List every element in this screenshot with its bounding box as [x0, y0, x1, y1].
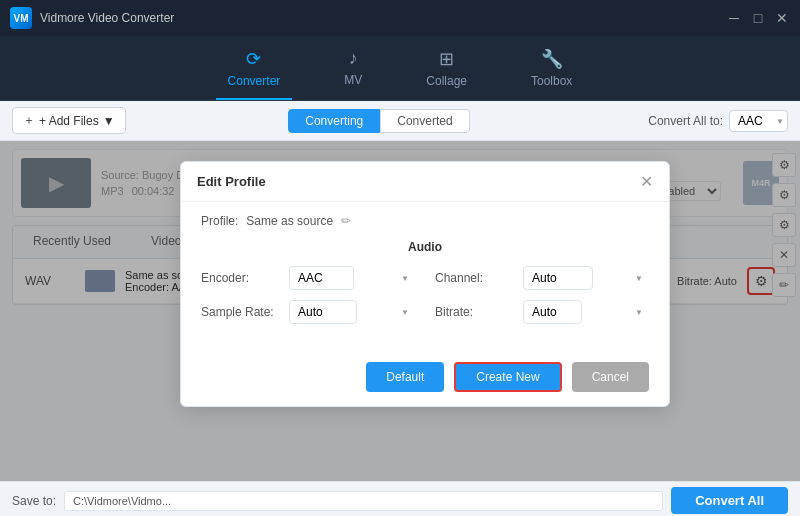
audio-section-title: Audio [201, 240, 649, 254]
mv-icon: ♪ [349, 48, 358, 69]
channel-select-wrap: Auto Stereo Mono [523, 266, 649, 290]
profile-label: Profile: [201, 214, 238, 228]
tab-mv[interactable]: ♪ MV [332, 44, 374, 100]
save-path: C:\Vidmore\Vidmo... [64, 491, 663, 511]
minimize-button[interactable]: ─ [726, 10, 742, 26]
title-bar: VM Vidmore Video Converter ─ □ ✕ [0, 0, 800, 36]
toolbox-icon: 🔧 [541, 48, 563, 70]
form-grid: Encoder: AAC MP3 FLAC WAV Channel: [201, 266, 649, 324]
dialog-title: Edit Profile [197, 174, 640, 189]
create-new-button[interactable]: Create New [454, 362, 561, 392]
sample-rate-label: Sample Rate: [201, 305, 281, 319]
convert-all-select[interactable]: AAC [729, 110, 788, 132]
profile-edit-icon[interactable]: ✏ [341, 214, 351, 228]
dialog-body: Profile: Same as source ✏ Audio Encoder:… [181, 202, 669, 352]
converting-tabs: Converting Converted [288, 109, 469, 133]
bitrate-select-wrap: Auto 128 192 256 320 [523, 300, 649, 324]
maximize-button[interactable]: □ [750, 10, 766, 26]
tab-converter[interactable]: ⟳ Converter [216, 44, 293, 100]
app-title: Vidmore Video Converter [40, 11, 726, 25]
dialog-close-button[interactable]: ✕ [640, 172, 653, 191]
tab-collage-label: Collage [426, 74, 467, 88]
collage-icon: ⊞ [439, 48, 454, 70]
convert-all-wrap: Convert All to: AAC ▼ [632, 110, 788, 132]
profile-row: Profile: Same as source ✏ [201, 214, 649, 228]
encoder-row: Encoder: AAC MP3 FLAC WAV [201, 266, 415, 290]
dialog-footer: Default Create New Cancel [181, 352, 669, 406]
tab-converter-label: Converter [228, 74, 281, 88]
channel-select-dialog[interactable]: Auto Stereo Mono [523, 266, 593, 290]
add-files-button[interactable]: ＋ + Add Files ▼ [12, 107, 126, 134]
sub-toolbar: ＋ + Add Files ▼ Converting Converted Con… [0, 101, 800, 141]
tab-toolbox[interactable]: 🔧 Toolbox [519, 44, 584, 100]
bitrate-select[interactable]: Auto 128 192 256 320 [523, 300, 582, 324]
tab-toolbox-label: Toolbox [531, 74, 572, 88]
sample-rate-select[interactable]: Auto 44100 48000 [289, 300, 357, 324]
bitrate-row: Bitrate: Auto 128 192 256 320 [435, 300, 649, 324]
sample-rate-select-wrap: Auto 44100 48000 [289, 300, 415, 324]
dropdown-arrow-icon: ▼ [103, 114, 115, 128]
channel-row: Channel: Auto Stereo Mono [435, 266, 649, 290]
convert-all-label: Convert All to: [648, 114, 723, 128]
channel-label: Channel: [435, 271, 515, 285]
cancel-button[interactable]: Cancel [572, 362, 649, 392]
encoder-select[interactable]: AAC MP3 FLAC WAV [289, 266, 354, 290]
bitrate-label: Bitrate: [435, 305, 515, 319]
plus-icon: ＋ [23, 112, 35, 129]
encoder-select-wrap: AAC MP3 FLAC WAV [289, 266, 415, 290]
tab-collage[interactable]: ⊞ Collage [414, 44, 479, 100]
profile-value: Same as source [246, 214, 333, 228]
convert-all-button[interactable]: Convert All [671, 487, 788, 514]
converting-tab[interactable]: Converting [288, 109, 380, 133]
edit-profile-dialog: Edit Profile ✕ Profile: Same as source ✏… [180, 161, 670, 407]
encoder-label: Encoder: [201, 271, 281, 285]
app-logo: VM [10, 7, 32, 29]
main-area: ▶ Source: Bugoy Dril... kbps).mp3 MP3 00… [0, 141, 800, 481]
bottom-bar: Save to: C:\Vidmore\Vidmo... Convert All [0, 481, 800, 516]
nav-tabs: ⟳ Converter ♪ MV ⊞ Collage 🔧 Toolbox [0, 36, 800, 101]
sample-rate-row: Sample Rate: Auto 44100 48000 [201, 300, 415, 324]
dialog-overlay: Edit Profile ✕ Profile: Same as source ✏… [0, 141, 800, 481]
close-button[interactable]: ✕ [774, 10, 790, 26]
converter-icon: ⟳ [246, 48, 261, 70]
add-files-label: + Add Files [39, 114, 99, 128]
converted-tab[interactable]: Converted [380, 109, 469, 133]
save-to-label: Save to: [12, 494, 56, 508]
dialog-header: Edit Profile ✕ [181, 162, 669, 202]
default-button[interactable]: Default [366, 362, 444, 392]
tab-mv-label: MV [344, 73, 362, 87]
window-controls: ─ □ ✕ [726, 10, 790, 26]
